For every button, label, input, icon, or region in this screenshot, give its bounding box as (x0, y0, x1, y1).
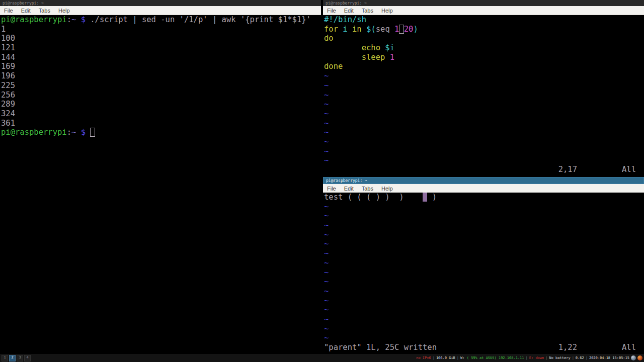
window-title: pi@raspberrypi: ~ (3, 1, 44, 6)
vim-tilde: ~ (324, 305, 644, 315)
prompt-line: pi@raspberrypi:~$ (1, 128, 321, 137)
output-line: 196 (1, 71, 321, 81)
vim-statusline: "parent" 1L, 25C written 1,22 All (323, 343, 644, 352)
status-separator: | (586, 356, 588, 360)
vim-block-cursor (423, 193, 427, 202)
menu-item-file[interactable]: File (0, 8, 17, 14)
status-segment: No battery (549, 356, 570, 360)
workspace-button-1[interactable]: 1 (2, 355, 8, 361)
window-titlebar[interactable]: pi@raspberrypi: ~ (0, 0, 321, 6)
workspace-button-3[interactable]: 3 (17, 355, 23, 361)
code-line: sleep 1 (324, 53, 644, 62)
ruler-position: 1,22 (558, 343, 577, 352)
status-separator: | (572, 356, 574, 360)
status-separator: | (526, 356, 528, 360)
menu-bar: FileEditTabsHelp (323, 6, 644, 15)
prompt-user-host: pi@raspberrypi (1, 128, 67, 137)
code-token (338, 25, 343, 34)
vim-tilde: ~ (324, 119, 644, 128)
tray-globe-icon[interactable] (631, 355, 636, 360)
code-line: #!/bin/sh (324, 15, 644, 25)
prompt-user-host: pi@raspberrypi (1, 15, 67, 24)
menu-item-file[interactable]: File (323, 186, 340, 192)
menu-item-help[interactable]: Help (377, 186, 397, 192)
vim-window-bottom: pi@raspberrypi: ~ FileEditTabsHelp test … (323, 177, 644, 354)
status-segment: W: (460, 356, 467, 360)
menu-item-tabs[interactable]: Tabs (358, 8, 377, 14)
status-separator: | (433, 356, 435, 360)
status-separator: | (457, 356, 459, 360)
vim-content[interactable]: test ( ( ( ) ) ) ) ~~~~~~~~~~~~~~~ "pare… (323, 193, 644, 354)
vim-tilde: ~ (324, 296, 644, 306)
vim-tilde: ~ (324, 137, 644, 147)
menu-item-help[interactable]: Help (54, 8, 74, 14)
workspace-button-4[interactable]: 4 (24, 355, 31, 361)
code-token: sleep (362, 53, 385, 62)
menu-bar: FileEditTabsHelp (323, 184, 644, 193)
code-token: #!/bin/sh (324, 15, 366, 24)
status-area: no IPv6|166.0 GiB|W: ( 59% at ASUS) 192.… (416, 355, 642, 360)
status-separator: | (545, 356, 547, 360)
prompt-path: ~ (71, 15, 76, 24)
window-titlebar[interactable]: pi@raspberrypi: ~ (323, 177, 644, 184)
menu-item-tabs[interactable]: Tabs (358, 186, 377, 192)
code-token: $( (366, 25, 376, 34)
taskbar: 1234 no IPv6|166.0 GiB|W: ( 59% at ASUS)… (0, 354, 644, 362)
vim-tilde: ~ (324, 211, 644, 221)
menu-item-tabs[interactable]: Tabs (35, 8, 54, 14)
prompt-dollar: $ (81, 15, 86, 24)
ruler-position: 2,17 (558, 165, 577, 174)
window-titlebar[interactable]: pi@raspberrypi: ~ (323, 0, 644, 6)
output-line: 100 (1, 34, 321, 43)
status-segment: 2020-04-18 15:05:15 (589, 356, 629, 360)
vim-tilde-block: ~~~~~~~~~~~~~~~ (324, 202, 644, 343)
system-tray (629, 355, 642, 360)
vim-tilde: ~ (324, 71, 644, 81)
output-line: 121 (1, 43, 321, 53)
vim-tilde: ~ (324, 333, 644, 343)
vim-tilde: ~ (324, 90, 644, 100)
terminal-content[interactable]: pi@raspberrypi:~$./script | sed -un '/1/… (0, 15, 321, 354)
menu-item-edit[interactable]: Edit (340, 186, 358, 192)
command-text: ./script | sed -un '/1/p' | awk '{print … (90, 15, 311, 24)
vim-tilde: ~ (324, 268, 644, 278)
code-token: 1 (394, 25, 399, 34)
vim-tilde: ~ (324, 147, 644, 156)
vim-tilde: ~ (324, 249, 644, 258)
menu-item-help[interactable]: Help (377, 8, 397, 14)
code-token: done (324, 62, 343, 71)
terminal-window-left: pi@raspberrypi: ~ FileEditTabsHelp pi@ra… (0, 0, 321, 354)
workspace-switcher: 1234 (2, 355, 32, 361)
desktop: pi@raspberrypi: ~ FileEditTabsHelp pi@ra… (0, 0, 644, 362)
terminal-output: 1100121144169196225256289324361 (1, 25, 321, 128)
tray-ember-icon[interactable] (637, 355, 642, 360)
workspace-button-2[interactable]: 2 (9, 355, 16, 361)
code-token: 1 (390, 53, 394, 62)
vim-write-message: "parent" 1L, 25C written (324, 343, 437, 352)
vim-edit-line: test ( ( ( ) ) ) ) (324, 193, 644, 202)
vim-tilde: ~ (324, 81, 644, 90)
status-segment: no IPv6 (416, 356, 431, 360)
code-line: for i in $(seq 1 20) (324, 25, 644, 34)
menu-item-file[interactable]: File (323, 8, 340, 14)
line-text-before: test ( ( ( ) ) ) (324, 193, 423, 202)
code-token: $i (385, 43, 394, 52)
vim-tilde-block: ~~~~~~~~~~ (324, 71, 644, 165)
menu-item-edit[interactable]: Edit (340, 8, 358, 14)
code-token: do (324, 34, 334, 43)
vim-tilde: ~ (324, 239, 644, 249)
code-token (348, 25, 352, 34)
vim-content[interactable]: #!/bin/shfor i in $(seq 1 20)do echo $i … (323, 15, 644, 176)
prompt-path: ~ (71, 128, 76, 137)
code-token: for (324, 25, 338, 34)
vim-tilde: ~ (324, 202, 644, 212)
output-line: 289 (1, 100, 321, 109)
vim-tilde: ~ (324, 324, 644, 334)
code-token: i (343, 25, 347, 34)
terminal-cursor (90, 128, 95, 137)
prompt-colon: : (67, 15, 71, 24)
line-text-after: ) (427, 193, 437, 202)
code-token (390, 25, 394, 34)
status-segment: ( 59% at ASUS) 192.168.1.11 (467, 356, 524, 360)
menu-item-edit[interactable]: Edit (17, 8, 35, 14)
